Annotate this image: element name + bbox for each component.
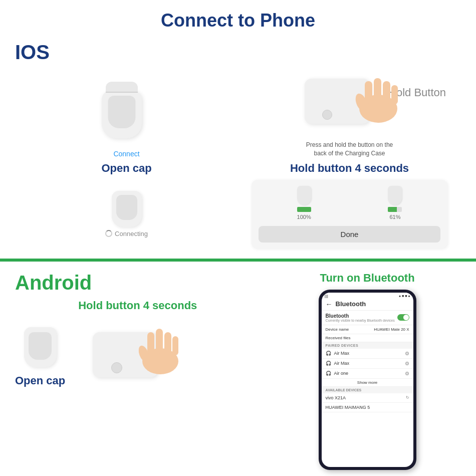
android-hold-button-title: Hold button 4 seconds	[15, 299, 261, 312]
pd-name-2: Air Max	[334, 361, 350, 366]
android-hand-case	[85, 317, 185, 387]
svg-rect-8	[147, 332, 154, 354]
paired-device-3: 🎧 Air one ⚙	[322, 369, 413, 379]
avail-name-1: vivo X21A	[326, 395, 346, 400]
svg-rect-3	[374, 78, 381, 103]
android-label: Android	[15, 272, 261, 294]
android-hand-icon	[130, 317, 185, 377]
airpods-case-android	[24, 327, 57, 367]
hand-case-container	[295, 69, 405, 139]
phone-header: ← Bluetooth	[322, 298, 413, 311]
ios-label: IOS	[15, 41, 461, 64]
airpods-case-open-illustration	[102, 91, 152, 146]
ios-step-open-cap: Connect Open cap	[26, 91, 227, 175]
available-device-1: vivo X21A ↻	[322, 393, 413, 403]
svg-rect-2	[365, 81, 372, 104]
phone-bt-title: Bluetooth	[336, 300, 366, 308]
pd-name-1: Air Max	[334, 351, 350, 356]
press-desc: Press and hold the button on the back of…	[306, 141, 393, 158]
paired-device-1: 🎧 Air Max ⚙	[322, 349, 413, 359]
airpods-case-inner	[108, 96, 135, 128]
phone-signal: ||||	[325, 294, 328, 298]
bt-sub-label: Currently visible to nearby Bluetooth de…	[326, 319, 395, 322]
available-device-2: HUAWEI MAIMANG 5	[322, 403, 413, 412]
received-files: Received files	[322, 334, 413, 342]
battery-fill-100	[297, 207, 311, 212]
pd-name-3: Air one	[334, 371, 349, 376]
battery-pct-100: 100%	[297, 214, 311, 220]
pod-shape-left	[297, 186, 311, 205]
ios-section: IOS Hold Button Connect Open cap	[0, 36, 476, 260]
bluetooth-toggle[interactable]	[397, 314, 409, 321]
android-steps-row: Open cap	[15, 317, 261, 387]
connecting-spinner	[105, 230, 112, 237]
done-screen: 100% 61% Done	[252, 180, 448, 249]
ios-step-hold-button: Press and hold the button on the back of…	[249, 69, 450, 175]
airpods-case-android-inner	[29, 332, 52, 360]
device-name-row: Device name HUAWEI Mate 20 X	[322, 325, 413, 334]
airpods-case-small-inner	[116, 195, 137, 220]
android-section: Android Hold button 4 seconds Open cap	[0, 262, 476, 476]
paired-device-2: 🎧 Air Max ⚙	[322, 359, 413, 369]
android-hold-step	[85, 317, 185, 387]
device-name-label: Device name	[326, 327, 349, 332]
svg-rect-10	[164, 332, 171, 355]
pod-right: 61%	[388, 186, 402, 220]
headphones-icon-3: 🎧	[326, 371, 331, 376]
svg-rect-9	[156, 329, 163, 354]
airpods-case-small	[112, 191, 142, 227]
headphones-icon-1: 🎧	[326, 351, 331, 356]
page-title: Connect to Phone	[0, 0, 476, 36]
hold-button-title: Hold button 4 seconds	[290, 162, 409, 175]
battery-pct-61: 61%	[389, 214, 400, 220]
done-pods-row: 100% 61%	[259, 186, 441, 220]
airpods-case	[102, 91, 142, 138]
paired-devices-header: PAIRED DEVICES	[322, 342, 413, 349]
battery-fill-61	[388, 207, 396, 212]
ios-bottom-row: Connecting 100% 61%	[15, 180, 461, 249]
device-name-val: HUAWEI Mate 20 X	[374, 327, 409, 332]
avail-name-2: HUAWEI MAIMANG 5	[326, 405, 370, 410]
android-right-col: Turn on Bluetooth |||| ● ■ ■ ● ← Bluetoo…	[274, 272, 461, 470]
bt-label-group: Bluetooth Currently visible to nearby Bl…	[326, 313, 395, 322]
turn-on-bluetooth-label: Turn on Bluetooth	[320, 272, 415, 285]
gear-icon-3[interactable]: ⚙	[405, 371, 409, 376]
connecting-label: Connecting	[105, 230, 148, 237]
phone-screen: |||| ● ■ ■ ● ← Bluetooth Bluetooth Curre…	[322, 293, 413, 467]
ios-top-row: Connect Open cap	[15, 69, 461, 175]
back-arrow-icon: ←	[326, 300, 333, 308]
android-left-col: Android Hold button 4 seconds Open cap	[15, 272, 261, 387]
phone-time: ● ■ ■ ●	[399, 294, 410, 298]
phone-status-bar: |||| ● ■ ■ ●	[322, 293, 413, 298]
headphones-icon-2: 🎧	[326, 361, 331, 366]
show-more[interactable]: Show more	[322, 379, 413, 387]
available-devices-header: AVAILABLE DEVICES	[322, 387, 413, 393]
done-button[interactable]: Done	[259, 226, 441, 243]
android-open-cap-label: Open cap	[15, 374, 65, 387]
pod-shape-right	[388, 186, 402, 205]
gear-icon-2[interactable]: ⚙	[405, 361, 409, 366]
connect-label: Connect	[113, 150, 139, 158]
battery-bar-100	[297, 207, 311, 212]
bt-main-label: Bluetooth	[326, 313, 395, 319]
battery-bar-61	[388, 207, 402, 212]
pod-left: 100%	[297, 186, 311, 220]
ios-connecting-screen: Connecting	[29, 191, 225, 237]
gear-icon-1[interactable]: ⚙	[405, 351, 409, 356]
bt-toggle-row: Bluetooth Currently visible to nearby Bl…	[322, 311, 413, 325]
case-button	[322, 110, 332, 120]
hand-icon	[345, 69, 405, 124]
phone-container: |||| ● ■ ■ ● ← Bluetooth Bluetooth Curre…	[319, 290, 416, 470]
android-open-cap-step: Open cap	[15, 327, 65, 387]
svg-rect-5	[391, 85, 398, 104]
svg-rect-11	[172, 336, 178, 355]
open-cap-title: Open cap	[101, 162, 151, 175]
case-button-android	[111, 362, 122, 373]
svg-rect-4	[383, 81, 390, 104]
avail-spinner-1: ↻	[406, 395, 409, 400]
